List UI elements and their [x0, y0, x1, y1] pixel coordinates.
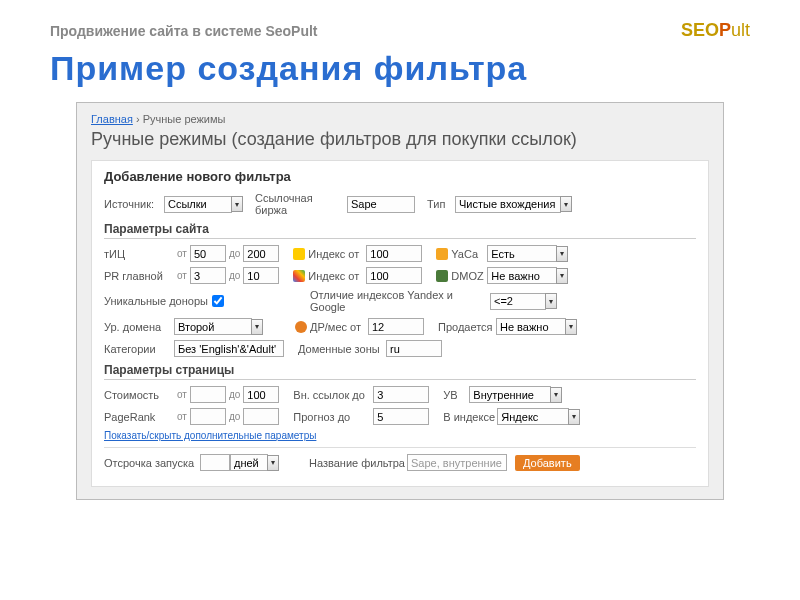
source-select[interactable] — [164, 196, 232, 213]
sale-label: Продается — [438, 321, 496, 333]
dmoz-icon — [436, 270, 448, 282]
chevron-down-icon[interactable]: ▾ — [545, 293, 557, 309]
inindex-select[interactable] — [497, 408, 569, 425]
inindex-label: В индексе — [443, 411, 497, 423]
type-select[interactable] — [455, 196, 561, 213]
filter-name-label: Название фильтра — [309, 457, 407, 469]
chevron-down-icon[interactable]: ▾ — [231, 196, 243, 212]
chevron-down-icon[interactable]: ▾ — [556, 268, 568, 284]
index-diff-select[interactable] — [490, 293, 546, 310]
chevron-down-icon[interactable]: ▾ — [550, 387, 562, 403]
dmoz-label: DMOZ — [451, 270, 487, 282]
delay-unit-select[interactable] — [230, 454, 268, 471]
delay-input[interactable] — [200, 454, 230, 471]
index-diff-label: Отличие индексов Yandex и Google — [310, 289, 490, 313]
form-title: Добавление нового фильтра — [104, 169, 696, 184]
google-icon — [293, 270, 305, 282]
chevron-down-icon[interactable]: ▾ — [556, 246, 568, 262]
filter-name-input[interactable] — [407, 454, 507, 471]
tic-from-input[interactable] — [190, 245, 226, 262]
chevron-down-icon[interactable]: ▾ — [267, 455, 279, 471]
pagerank-from-input[interactable] — [190, 408, 226, 425]
sale-select[interactable] — [496, 318, 566, 335]
screenshot-panel: Главная › Ручные режимы Ручные режимы (с… — [76, 102, 724, 500]
delay-label: Отсрочка запуска — [104, 457, 200, 469]
dmoz-select[interactable] — [487, 267, 557, 284]
page-params-heading: Параметры страницы — [104, 363, 696, 380]
ext-links-label: Вн. ссылок до — [293, 389, 373, 401]
seopult-logo: SEOPult — [681, 20, 750, 41]
pr-from-input[interactable] — [190, 267, 226, 284]
yandex-icon — [293, 248, 305, 260]
forecast-input[interactable] — [373, 408, 429, 425]
toggle-advanced-link[interactable]: Показать/скрыть дополнительные параметры — [104, 430, 316, 441]
tic-to-input[interactable] — [243, 245, 279, 262]
unique-donors-checkbox[interactable] — [212, 295, 224, 307]
chevron-down-icon[interactable]: ▾ — [560, 196, 572, 212]
domain-level-select[interactable] — [174, 318, 252, 335]
source-label: Источник: — [104, 198, 164, 210]
g-index-input[interactable] — [366, 267, 422, 284]
chevron-down-icon[interactable]: ▾ — [565, 319, 577, 335]
chevron-down-icon[interactable]: ▾ — [568, 409, 580, 425]
domain-zones-label: Доменные зоны — [298, 343, 386, 355]
g-index-label: Индекс от — [308, 270, 366, 282]
yaca-label: YaCa — [451, 248, 487, 260]
categories-label: Категории — [104, 343, 174, 355]
cost-label: Стоимость — [104, 389, 174, 401]
unique-donors-label: Уникальные доноры — [104, 295, 212, 307]
ext-links-input[interactable] — [373, 386, 429, 403]
page-heading: Ручные режимы (создание фильтров для пок… — [91, 129, 709, 150]
exchange-input[interactable] — [347, 196, 415, 213]
breadcrumb-home[interactable]: Главная — [91, 113, 133, 125]
cost-to-input[interactable] — [243, 386, 279, 403]
categories-input[interactable] — [174, 340, 284, 357]
ya-index-label: Индекс от — [308, 248, 366, 260]
domain-age-input[interactable] — [368, 318, 424, 335]
pagerank-to-input[interactable] — [243, 408, 279, 425]
pr-main-label: PR главной — [104, 270, 174, 282]
chevron-down-icon[interactable]: ▾ — [251, 319, 263, 335]
domain-age-label: ДР/мес от — [310, 321, 368, 333]
forecast-label: Прогноз до — [293, 411, 373, 423]
cost-from-input[interactable] — [190, 386, 226, 403]
yaca-select[interactable] — [487, 245, 557, 262]
uv-label: УВ — [443, 389, 469, 401]
yaca-icon — [436, 248, 448, 260]
pagerank-label: PageRank — [104, 411, 174, 423]
type-label: Тип — [427, 198, 455, 210]
add-button[interactable]: Добавить — [515, 455, 580, 471]
domain-zones-input[interactable] — [386, 340, 442, 357]
site-params-heading: Параметры сайта — [104, 222, 696, 239]
uv-select[interactable] — [469, 386, 551, 403]
filter-form: Добавление нового фильтра Источник: ▾ Сс… — [91, 160, 709, 487]
pr-to-input[interactable] — [243, 267, 279, 284]
slide-subtitle: Продвижение сайта в системе SeoPult — [50, 23, 318, 39]
breadcrumb-current: Ручные режимы — [143, 113, 226, 125]
clock-icon — [295, 321, 307, 333]
slide-title: Пример создания фильтра — [50, 49, 750, 88]
breadcrumb: Главная › Ручные режимы — [91, 113, 709, 125]
domain-level-label: Ур. домена — [104, 321, 174, 333]
tic-label: тИЦ — [104, 248, 174, 260]
ya-index-input[interactable] — [366, 245, 422, 262]
exchange-label: Ссылочная биржа — [255, 192, 347, 216]
